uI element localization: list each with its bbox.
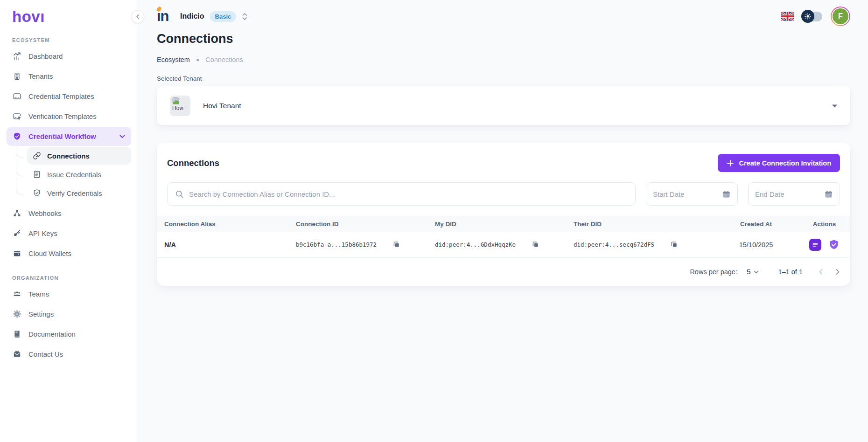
sidebar-item-label: Webhooks <box>28 209 62 218</box>
sidebar-subitem-label: Issue Credentials <box>47 171 101 179</box>
chevron-down-icon <box>754 270 759 274</box>
book-icon <box>13 330 21 338</box>
search-icon <box>175 190 184 199</box>
panel-title: Connections <box>167 158 219 168</box>
sidebar-item-documentation[interactable]: Documentation <box>7 325 131 344</box>
sidebar-item-credential-templates[interactable]: Credential Templates <box>7 87 131 106</box>
sidebar-item-label: Tenants <box>28 72 53 81</box>
dashboard-icon <box>13 52 21 61</box>
cell-their-did: did:peer:4...secq672dFS <box>574 241 714 249</box>
plan-badge: Basic <box>210 11 237 22</box>
teams-icon <box>13 290 21 298</box>
column-actions: Actions <box>798 221 850 228</box>
cell-connection-id: b9c16bfa-a...15b86b1972 <box>296 241 435 249</box>
shield-check-icon <box>33 189 41 197</box>
wallet-icon <box>13 249 21 258</box>
cell-actions <box>798 239 850 251</box>
rows-per-page-select[interactable]: 5 <box>747 268 759 276</box>
breadcrumb-current: Connections <box>205 56 243 63</box>
create-button-label: Create Connection Invitation <box>739 159 831 167</box>
column-connection-id: Connection ID <box>296 221 435 228</box>
tenant-select[interactable]: Hovi Hovi Tenant <box>157 86 850 125</box>
their-did-value: did:peer:4...secq672dFS <box>574 241 654 248</box>
indicio-logo: ın <box>157 7 175 26</box>
previous-page-button[interactable] <box>819 269 823 275</box>
hovi-logo: hovı <box>12 8 138 25</box>
start-date-field[interactable] <box>646 182 738 206</box>
sun-icon <box>801 10 814 23</box>
sidebar-item-verification-templates[interactable]: Verification Templates <box>7 107 131 126</box>
topbar-right: F <box>781 7 850 26</box>
sidebar-item-credential-workflow[interactable]: Credential Workflow <box>7 127 131 146</box>
link-icon <box>33 152 41 160</box>
column-connection-alias: Connection Alias <box>157 221 296 228</box>
breadcrumb: Ecosystem ● Connections <box>157 56 850 63</box>
calendar-icon[interactable] <box>824 190 833 199</box>
sidebar-item-cloud-wallets[interactable]: Cloud Wallets <box>7 244 131 263</box>
updown-chevrons-icon[interactable] <box>242 12 248 21</box>
sidebar-subitem-verify-credentials[interactable]: Verify Credentials <box>27 184 131 202</box>
tenant-dropdown-caret-icon[interactable] <box>832 104 837 108</box>
sidebar-item-label: Teams <box>28 290 49 298</box>
copy-icon[interactable] <box>532 241 539 249</box>
sidebar-subitem-issue-credentials[interactable]: Issue Credentials <box>27 166 131 183</box>
end-date-field[interactable] <box>748 182 840 206</box>
sidebar-item-tenants[interactable]: Tenants <box>7 67 131 86</box>
cell-connection-alias: N/A <box>157 241 296 249</box>
copy-icon[interactable] <box>670 241 678 249</box>
sidebar-item-label: API Keys <box>28 229 57 238</box>
breadcrumb-ecosystem[interactable]: Ecosystem <box>157 56 190 63</box>
webhooks-icon <box>13 209 21 218</box>
sidebar-subitem-label: Verify Credentials <box>47 189 102 197</box>
view-details-action-icon[interactable] <box>809 239 821 251</box>
start-date-input[interactable] <box>653 190 704 198</box>
verification-templates-icon <box>13 112 21 121</box>
sidebar-subitem-label: Connections <box>47 152 90 160</box>
sidebar-subitem-connections[interactable]: Connections <box>27 147 131 165</box>
sidebar-item-label: Settings <box>28 310 54 318</box>
plus-icon <box>727 159 734 167</box>
sidebar-item-label: Dashboard <box>28 52 63 61</box>
gear-icon <box>13 310 21 318</box>
org-switcher[interactable]: ın Indicio Basic <box>157 7 248 26</box>
tenant-thumbnail-broken-image: Hovi <box>170 96 190 116</box>
calendar-icon[interactable] <box>722 190 731 199</box>
sidebar-item-contact-us[interactable]: Contact Us <box>7 345 131 364</box>
sidebar-section-organization: ORGANIZATION <box>12 275 138 281</box>
language-flag-uk[interactable] <box>781 12 794 21</box>
document-icon <box>33 170 41 179</box>
sidebar-item-dashboard[interactable]: Dashboard <box>7 47 131 66</box>
sidebar-item-webhooks[interactable]: Webhooks <box>7 204 131 223</box>
search-input[interactable] <box>189 190 628 198</box>
pagination-range: 1–1 of 1 <box>778 268 803 276</box>
sidebar-item-label: Credential Workflow <box>28 132 96 141</box>
search-box <box>167 182 636 206</box>
user-avatar[interactable]: F <box>831 7 850 26</box>
broken-image-icon <box>172 97 180 104</box>
sidebar-item-label: Documentation <box>28 330 76 338</box>
sidebar-item-settings[interactable]: Settings <box>7 304 131 324</box>
copy-icon[interactable] <box>392 241 400 249</box>
end-date-input[interactable] <box>755 190 806 198</box>
theme-toggle[interactable] <box>803 12 822 21</box>
org-name: Indicio <box>180 12 204 21</box>
create-connection-invitation-button[interactable]: Create Connection Invitation <box>718 154 840 172</box>
column-their-did: Their DID <box>574 221 714 228</box>
column-created-at: Created At <box>714 221 798 228</box>
sidebar-collapse-button[interactable] <box>131 10 144 23</box>
column-my-did: My DID <box>435 221 574 228</box>
next-page-button[interactable] <box>835 269 840 275</box>
my-did-value: did:peer:4...GDdxHqqzKe <box>435 241 516 248</box>
sidebar-item-api-keys[interactable]: API Keys <box>7 224 131 243</box>
breadcrumb-separator: ● <box>196 56 199 63</box>
sidebar: hovı ECOSYSTEM Dashboard Tenants Credent… <box>0 0 138 442</box>
selected-tenant-label: Selected Tenant <box>157 75 850 82</box>
sidebar-item-label: Verification Templates <box>28 112 97 121</box>
credential-workflow-subnav: Connections Issue Credentials Verify Cre… <box>27 147 131 202</box>
verify-action-shield-icon[interactable] <box>828 239 840 251</box>
sidebar-item-label: Credential Templates <box>28 92 94 101</box>
sidebar-section-ecosystem: ECOSYSTEM <box>12 37 138 43</box>
page-title: Connections <box>157 32 850 46</box>
connections-panel: Connections Create Connection Invitation <box>157 143 850 286</box>
sidebar-item-teams[interactable]: Teams <box>7 284 131 304</box>
